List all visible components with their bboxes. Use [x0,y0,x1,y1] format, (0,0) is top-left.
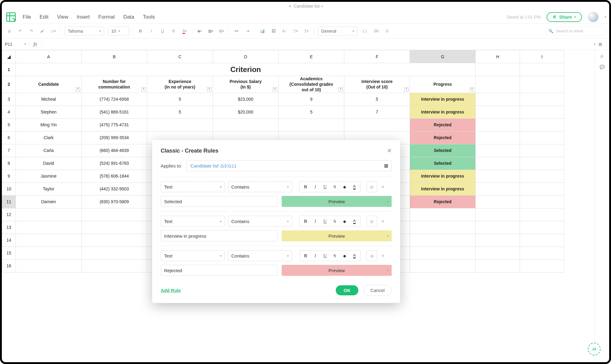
cell[interactable]: Stephen [16,106,82,118]
row-header[interactable]: 3 [2,93,16,106]
cell[interactable]: (524) 991-6783 [82,157,147,170]
col-header[interactable]: B [82,50,147,63]
rule-condition-select[interactable]: Contains▾ [228,216,292,227]
share-button[interactable]: ⚟ Share ▾ [547,12,582,22]
filter-icon[interactable]: ▾ [273,87,277,92]
cell[interactable]: 9 [279,93,344,106]
header-candidate[interactable]: Candidate▾ [16,76,82,93]
underline-icon[interactable]: U [320,217,330,225]
strike-icon[interactable]: S [170,27,177,35]
row-header[interactable]: 8 [2,157,16,170]
text-color-icon[interactable]: A [350,218,359,224]
decimal-dec-icon[interactable]: .0 [383,27,390,35]
rule-preview[interactable]: Preview▾ [282,196,392,207]
fill-color-icon[interactable]: ◆ [340,254,349,258]
col-header[interactable]: C [147,50,213,63]
print-icon[interactable]: 🖨 [5,27,13,35]
menu-file[interactable]: File [23,14,31,20]
fx-panel-icon[interactable]: fx [601,54,603,59]
row-header[interactable]: 1 [2,63,16,76]
criterion-title[interactable]: Criterion [16,63,476,76]
bold-icon[interactable]: B [301,251,310,260]
row-header[interactable]: 10 [2,182,16,195]
filter-icon[interactable]: ▾ [141,87,146,92]
progress-cell[interactable]: Interview in progress [410,182,476,195]
chevron-down-icon[interactable]: ▾ [605,15,606,19]
row-header[interactable]: 11 [2,195,16,208]
cell[interactable] [279,118,344,131]
cell[interactable]: Jasmine [16,170,82,182]
cell[interactable]: (774) 724-6958 [82,93,147,106]
cell[interactable]: (541) 889-5161 [82,106,147,118]
col-header[interactable]: F [344,50,410,63]
row-header[interactable]: 16 [2,259,16,272]
number-format-select[interactable]: General▾ [318,27,357,36]
col-header[interactable]: I [520,50,564,63]
progress-cell[interactable]: Rejected [410,131,476,144]
progress-cell[interactable]: Rejected [410,195,476,208]
header-number[interactable]: Number for communication▾ [82,76,147,93]
rule-preview[interactable]: Preview▾ [282,265,392,276]
help-bulb[interactable]: 24 [588,343,601,355]
rule-value-input[interactable]: Selected [161,196,277,207]
filter-icon[interactable]: ▽▾ [292,27,299,35]
row-header[interactable]: 7 [2,144,16,157]
cell[interactable]: $20,000 [213,106,279,118]
fill-color-icon[interactable]: ◆ [340,219,349,224]
range-picker-icon[interactable]: ▦ [384,163,388,168]
cell[interactable]: Clark [16,131,82,144]
underline-icon[interactable]: U [159,27,166,35]
progress-cell[interactable]: Rejected [410,118,476,131]
rule-type-select[interactable]: Text▾ [161,216,225,227]
col-header[interactable]: D [213,50,279,63]
remove-rule-icon[interactable]: ✕ [381,254,385,258]
underline-icon[interactable]: U [320,251,330,260]
ok-button[interactable]: OK [336,285,359,295]
header-experience[interactable]: Experience (in no of years)▾ [147,76,213,93]
menu-edit[interactable]: Edit [39,14,48,20]
expand-icon[interactable]: ▦ [598,42,602,46]
chevron-down-icon[interactable]: ▾ [594,42,595,46]
row-header[interactable]: 12 [2,208,16,221]
star-icon[interactable]: ★ [288,4,292,9]
chevron-down-icon[interactable]: ▾ [321,5,323,8]
search-input[interactable]: 🔍 Search in sheet [544,27,606,36]
strike-icon[interactable]: S [330,217,339,225]
cell[interactable]: 5 [147,106,213,118]
cell[interactable]: 7 [344,106,410,118]
remove-rule-icon[interactable]: ✕ [381,219,385,224]
cell[interactable]: (475) 775-4731 [82,118,147,131]
cell[interactable]: (830) 970-5809 [82,195,147,208]
cell[interactable]: Micheal [16,93,82,106]
bold-icon[interactable]: B [137,27,144,35]
progress-cell[interactable]: Interview in progress [410,93,476,106]
fill-color-icon[interactable]: ◆ [340,185,349,189]
italic-icon[interactable]: I [311,217,320,225]
cell[interactable]: David [16,157,82,170]
menu-format[interactable]: Format [98,14,115,20]
cell[interactable]: 5 [344,93,410,106]
rule-value-input[interactable]: Interview in progress [161,230,277,241]
strike-icon[interactable]: S [330,182,339,191]
menu-data[interactable]: Data [123,14,134,20]
header-progress[interactable]: Progress▾ [410,76,476,93]
add-rule-link[interactable]: Add Rule [161,288,181,293]
row-header[interactable]: 4 [2,106,16,118]
italic-icon[interactable]: I [311,251,320,260]
cell[interactable]: $23,000 [213,93,279,106]
cell[interactable]: (442) 332-9503 [82,182,147,195]
menu-insert[interactable]: Insert [77,14,90,20]
document-title[interactable]: Candidate list [294,4,320,9]
progress-cell[interactable]: Interview in progress [410,170,476,182]
cell[interactable]: (660) 484-4639 [82,144,147,157]
clear-format-icon[interactable]: ◇ [367,216,377,227]
header-salary[interactable]: Previous Salary (In $)▾ [213,76,279,93]
row-header[interactable]: 14 [2,234,16,247]
menu-tools[interactable]: Tools [143,14,155,20]
undo-icon[interactable]: ↶ [16,27,24,35]
cell-name-box[interactable]: P11▾ [2,42,29,47]
sigma-icon[interactable]: Σ▾ [303,27,310,35]
row-header[interactable]: 2 [2,76,16,93]
font-size-select[interactable]: 10▾ [108,27,129,36]
rule-preview[interactable]: Preview▾ [282,230,392,241]
